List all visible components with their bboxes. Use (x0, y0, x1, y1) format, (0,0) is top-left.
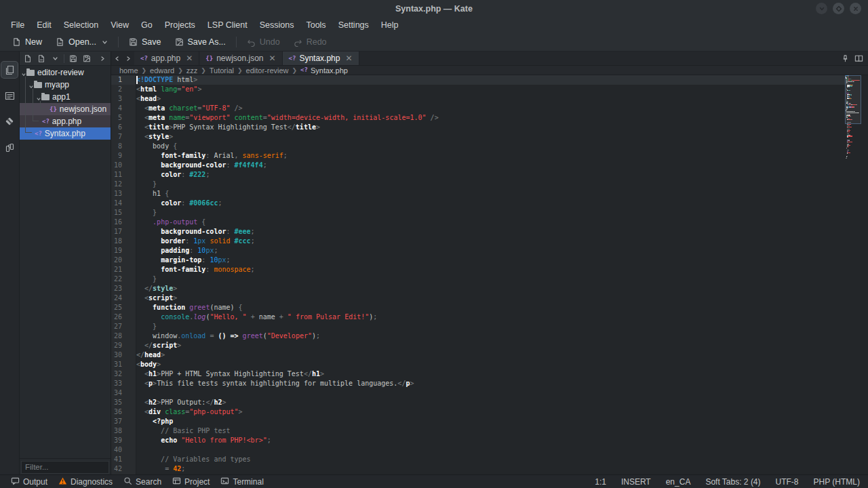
code-line[interactable]: <h2>PHP Output:</h2> (136, 398, 846, 407)
statusbar-tool-search[interactable]: Search (118, 475, 167, 488)
redo-button[interactable]: Redo (287, 34, 334, 51)
tree-folder-myapp[interactable]: myapp (20, 79, 111, 91)
menu-item-go[interactable]: Go (135, 18, 159, 32)
open-button[interactable]: Open... (49, 34, 115, 51)
code-line[interactable]: } (136, 180, 846, 189)
save-button[interactable]: Save (122, 34, 168, 51)
breadcrumb-item[interactable]: edward (150, 66, 174, 75)
pin-icon[interactable] (842, 54, 849, 62)
close-button[interactable] (850, 3, 861, 14)
code-line[interactable]: </style> (136, 284, 846, 293)
code-line[interactable] (136, 388, 846, 398)
code-line[interactable]: <h1>PHP + HTML Syntax Highlighting Test<… (136, 369, 846, 379)
save-as-button[interactable]: Save As... (168, 34, 233, 51)
code-line[interactable]: color: #222; (136, 170, 846, 180)
menu-item-projects[interactable]: Projects (159, 18, 201, 32)
code-line[interactable]: <meta charset="UTF-8" /> (136, 104, 846, 113)
minimize-button[interactable] (816, 3, 827, 14)
code-line[interactable]: window.onload = () => greet("Developer")… (136, 331, 846, 341)
menu-item-tools[interactable]: Tools (300, 18, 332, 32)
code-line[interactable]: <head> (136, 94, 846, 104)
breadcrumb-file[interactable]: <?Syntax.php (300, 66, 348, 75)
menu-item-sessions[interactable]: Sessions (254, 18, 300, 32)
menu-item-help[interactable]: Help (375, 18, 405, 32)
minimap-viewport[interactable] (845, 75, 861, 124)
minimap-scrollbar[interactable] (846, 75, 861, 474)
panel-save-as-icon[interactable] (81, 53, 93, 64)
code-line[interactable]: color: #0066cc; (136, 199, 846, 208)
breadcrumb-item[interactable]: Tutorial (210, 66, 234, 75)
filter-input[interactable] (21, 461, 109, 474)
breadcrumb-item[interactable]: home (119, 66, 138, 75)
close-tab-icon[interactable]: ✕ (269, 54, 276, 63)
panel-save-icon[interactable] (67, 53, 79, 64)
documents-icon[interactable] (1, 62, 18, 78)
code-line[interactable]: } (136, 274, 846, 284)
code-line[interactable]: = 42; (136, 464, 846, 474)
tab-app.php[interactable]: <?app.php✕ (134, 52, 199, 65)
code-line[interactable]: </head> (136, 350, 846, 360)
statusbar-tool-terminal[interactable]: Terminal (215, 475, 269, 488)
code-line[interactable]: </script> (136, 341, 846, 350)
new-button[interactable]: New (5, 34, 49, 51)
code-line[interactable]: // Basic PHP test (136, 426, 846, 436)
input-mode[interactable]: INSERT (621, 477, 651, 487)
tab-Syntax.php[interactable]: <?Syntax.php✕ (283, 52, 359, 65)
encoding[interactable]: UTF-8 (776, 477, 799, 487)
code-line[interactable] (136, 445, 846, 455)
code-line[interactable]: background-color: #eee; (136, 227, 846, 237)
menu-item-settings[interactable]: Settings (332, 18, 375, 32)
code-area[interactable]: <!DOCTYPE html><html lang="en"><head> <m… (136, 75, 846, 474)
menu-item-selection[interactable]: Selection (58, 18, 104, 32)
expander-chevron-icon[interactable] (36, 94, 41, 100)
tree-file-newjson.json[interactable]: {}newjson.json (20, 103, 111, 115)
code-line[interactable]: font-family: Arial, sans-serif; (136, 151, 846, 161)
close-tab-icon[interactable]: ✕ (345, 54, 352, 63)
editor[interactable]: 1234567891011121314151617181920212223242… (111, 75, 868, 474)
tree-folder-editor-review[interactable]: editor-review (20, 66, 111, 79)
code-line[interactable]: <style> (136, 132, 846, 142)
panel-overflow-chevron-icon[interactable] (96, 53, 108, 64)
breadcrumb-item[interactable]: editor-review (246, 66, 289, 75)
cursor-position[interactable]: 1:1 (595, 477, 606, 487)
code-line[interactable]: } (136, 322, 846, 331)
symbols-icon[interactable] (1, 87, 18, 104)
tab-back-chevron-icon[interactable] (111, 52, 123, 65)
panel-open-file-icon[interactable] (35, 53, 47, 64)
tab-newjson.json[interactable]: {}newjson.json✕ (199, 52, 282, 65)
menu-item-view[interactable]: View (104, 18, 135, 32)
dictionary[interactable]: en_CA (666, 477, 691, 487)
code-line[interactable]: <html lang="en"> (136, 85, 846, 94)
statusbar-tool-diagnostics[interactable]: Diagnostics (53, 475, 118, 488)
code-line[interactable]: margin-top: 10px; (136, 256, 846, 265)
menu-item-lsp-client[interactable]: LSP Client (201, 18, 254, 32)
diff-icon[interactable] (1, 139, 18, 155)
tree-file-app.php[interactable]: <?app.php (20, 115, 111, 127)
code-line[interactable]: padding: 10px; (136, 246, 846, 256)
statusbar-tool-output[interactable]: Output (5, 475, 53, 488)
code-line[interactable]: <body> (136, 360, 846, 369)
code-line[interactable]: <script> (136, 293, 846, 303)
menu-item-file[interactable]: File (5, 18, 31, 32)
highlight-mode[interactable]: PHP (HTML) (814, 477, 860, 487)
expander-chevron-icon[interactable] (21, 70, 26, 75)
code-line[interactable]: <!DOCTYPE html> (136, 75, 846, 85)
code-line[interactable]: <meta name="viewport" content="width=dev… (136, 113, 846, 123)
code-line[interactable]: console.log("Hello, " + name + " from Pu… (136, 312, 846, 322)
panel-new-file-icon[interactable] (22, 53, 34, 64)
maximize-button[interactable] (833, 3, 844, 14)
menu-item-edit[interactable]: Edit (31, 18, 58, 32)
code-line[interactable]: <title>PHP Syntax Highlighting Test</tit… (136, 123, 846, 132)
code-line[interactable]: body { (136, 142, 846, 151)
code-line[interactable]: <?php (136, 417, 846, 426)
expander-chevron-icon[interactable] (28, 82, 34, 87)
code-line[interactable]: echo "Hello from PHP!<br>"; (136, 436, 846, 445)
code-line[interactable]: function greet(name) { (136, 303, 846, 312)
code-line[interactable]: .php-output { (136, 218, 846, 227)
tree-file-Syntax.php[interactable]: <?Syntax.php (20, 127, 111, 140)
code-line[interactable]: h1 { (136, 189, 846, 199)
tab-mode[interactable]: Soft Tabs: 2 (4) (705, 477, 760, 487)
undo-button[interactable]: Undo (240, 34, 287, 51)
close-tab-icon[interactable]: ✕ (186, 54, 193, 63)
statusbar-tool-project[interactable]: Project (167, 475, 215, 488)
